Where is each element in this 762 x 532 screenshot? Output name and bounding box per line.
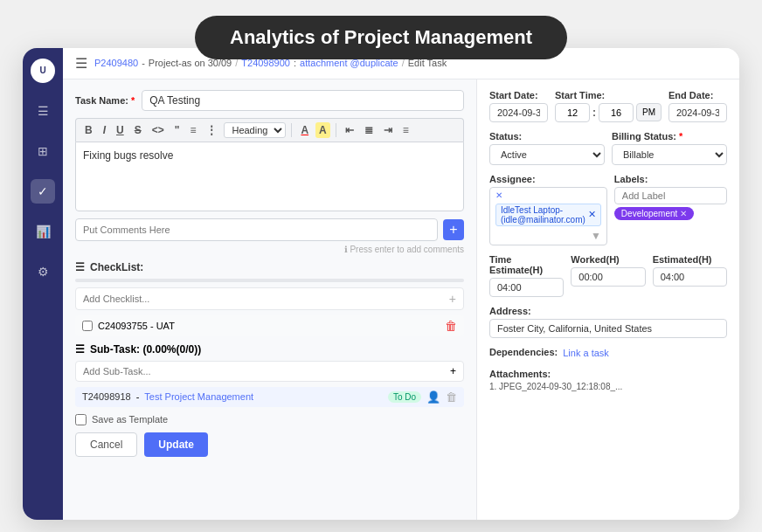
checklist-add-row: +: [75, 287, 464, 310]
code-btn[interactable]: <>: [149, 122, 168, 138]
start-time-label: Start Time:: [555, 90, 662, 100]
start-time-min-input[interactable]: [599, 103, 634, 122]
checklist-add-input[interactable]: [83, 294, 449, 304]
cancel-button[interactable]: Cancel: [75, 432, 137, 457]
font-color-btn[interactable]: A: [297, 122, 312, 138]
assignee-remove-btn[interactable]: ✕: [588, 209, 596, 220]
hours-row: Time Estimate(H) Worked(H) Estimated(H): [489, 254, 727, 297]
subtask-add-row: +: [75, 361, 464, 382]
justify-btn[interactable]: ≡: [399, 122, 412, 138]
content-area: Task Name: B I U S <> " ≡ ⋮ He: [63, 79, 739, 520]
start-date-input[interactable]: [489, 103, 548, 122]
align-right-btn[interactable]: ⇥: [380, 122, 396, 138]
status-billing-row: Status: Active Inactive Completed Billin…: [489, 131, 727, 165]
save-template-checkbox[interactable]: [75, 414, 87, 425]
align-left-btn[interactable]: ⇤: [342, 122, 357, 138]
breadcrumb-project-link[interactable]: P2409480: [94, 58, 138, 68]
subtask-assignee-btn[interactable]: 👤: [426, 390, 440, 404]
assignee-container: ✕ IdleTest Laptop-(idle@mailinator.com) …: [489, 187, 607, 245]
worked-label: Worked(H): [571, 254, 645, 265]
ordered-list-btn[interactable]: ≡: [186, 122, 199, 138]
end-date-input[interactable]: [668, 103, 727, 122]
checklist-item-label: C24093755 - UAT: [98, 321, 175, 331]
highlight-btn[interactable]: A: [315, 122, 330, 138]
estimated-input[interactable]: [653, 267, 727, 287]
checklist-add-btn[interactable]: +: [449, 292, 456, 306]
tasks-icon[interactable]: ✓: [31, 179, 55, 204]
list-item: T24098918 - Test Project Management To D…: [75, 387, 464, 407]
estimated-label: Estimated(H): [653, 254, 727, 265]
menu-toggle[interactable]: ☰: [75, 55, 87, 72]
checklist-checkbox[interactable]: [82, 321, 93, 331]
time-estimate-label: Time Estimate(H): [489, 254, 564, 275]
underline-btn[interactable]: U: [113, 122, 128, 138]
heading-select[interactable]: Heading H1 H2 H3 Normal: [224, 122, 286, 138]
bottom-actions: Cancel Update: [75, 432, 464, 457]
assignee-labels-row: Assignee: ✕ IdleTest Laptop-(idle@mailin…: [489, 174, 727, 245]
subtask-add-input[interactable]: [83, 366, 450, 377]
comment-input[interactable]: [75, 218, 438, 241]
comment-row: +: [75, 218, 464, 241]
assignee-value: IdleTest Laptop-(idle@mailinator.com): [501, 205, 585, 225]
address-group: Address:: [489, 306, 727, 338]
task-name-label: Task Name:: [75, 95, 135, 106]
italic-btn[interactable]: I: [100, 122, 109, 138]
task-name-input[interactable]: [142, 90, 464, 111]
update-button[interactable]: Update: [144, 432, 208, 457]
start-date-label: Start Date:: [489, 90, 548, 100]
labels-col: Labels: Developement ✕: [614, 174, 727, 245]
subtask-status-badge: To Do: [388, 391, 421, 403]
start-time-col: Start Time: : PM: [555, 90, 662, 122]
settings-icon[interactable]: ⚙: [31, 259, 55, 284]
toolbar-divider: [291, 123, 292, 137]
label-remove-btn[interactable]: ✕: [680, 209, 687, 218]
add-comment-btn[interactable]: +: [443, 219, 464, 240]
checklist-delete-btn[interactable]: 🗑: [445, 319, 457, 333]
editor-content: Fixing bugs resolve: [83, 149, 173, 162]
page-title: Analytics of Project Management: [195, 16, 567, 59]
bold-btn[interactable]: B: [81, 122, 96, 138]
list-item: C24093755 - UAT 🗑: [75, 315, 464, 336]
right-panel: Start Date: Start Time: : PM: [477, 79, 739, 520]
dependencies-label: Dependencies:: [489, 347, 558, 357]
worked-input[interactable]: [571, 267, 645, 287]
grid-icon[interactable]: ⊞: [31, 139, 55, 163]
editor-area[interactable]: Fixing bugs resolve: [75, 142, 464, 211]
time-separator: :: [592, 107, 596, 119]
end-date-label: End Date:: [668, 90, 727, 100]
hamburger-icon[interactable]: ☰: [31, 99, 55, 123]
sidebar: U ☰ ⊞ ✓ 📊 ⚙: [23, 48, 63, 520]
subtask-add-btn[interactable]: +: [450, 365, 456, 377]
save-template-label: Save as Template: [92, 414, 168, 425]
unordered-list-btn[interactable]: ⋮: [203, 122, 220, 138]
assignee-label: Assignee:: [489, 174, 607, 184]
ampm-toggle[interactable]: PM: [636, 103, 662, 121]
checklist-header: ☰ CheckList:: [75, 261, 464, 273]
start-time-hour-input[interactable]: [555, 103, 590, 122]
subtask-delete-btn[interactable]: 🗑: [446, 390, 457, 404]
subtask-icon: ☰: [75, 343, 85, 356]
status-select[interactable]: Active Inactive Completed: [489, 144, 605, 165]
time-estimate-input[interactable]: [489, 278, 564, 297]
end-date-col: End Date:: [668, 90, 727, 122]
assignee-x-icon[interactable]: ✕: [495, 190, 502, 200]
link-task-btn[interactable]: Link a task: [563, 348, 609, 358]
address-input[interactable]: [489, 319, 727, 338]
quote-btn[interactable]: ": [171, 122, 184, 138]
billing-status-select[interactable]: Billable Non-Billable: [612, 144, 727, 165]
time-group: : PM: [555, 103, 662, 122]
toolbar-divider-2: [336, 123, 336, 137]
editor-toolbar: B I U S <> " ≡ ⋮ Heading H1 H2 H3: [75, 118, 464, 142]
strikethrough-btn[interactable]: S: [131, 122, 145, 138]
date-time-row: Start Date: Start Time: : PM: [489, 90, 727, 122]
avatar[interactable]: U: [31, 59, 55, 83]
align-center-btn[interactable]: ≣: [361, 122, 377, 138]
assignee-col: Assignee: ✕ IdleTest Laptop-(idle@mailin…: [489, 174, 607, 245]
assignee-dropdown-icon[interactable]: ▼: [591, 230, 601, 242]
worked-col: Worked(H): [571, 254, 645, 297]
address-label: Address:: [489, 306, 727, 316]
checklist-progress-bar: [75, 279, 464, 282]
subtask-link[interactable]: Test Project Management: [144, 391, 253, 402]
label-input[interactable]: [614, 187, 727, 204]
chart-icon[interactable]: 📊: [31, 219, 55, 244]
